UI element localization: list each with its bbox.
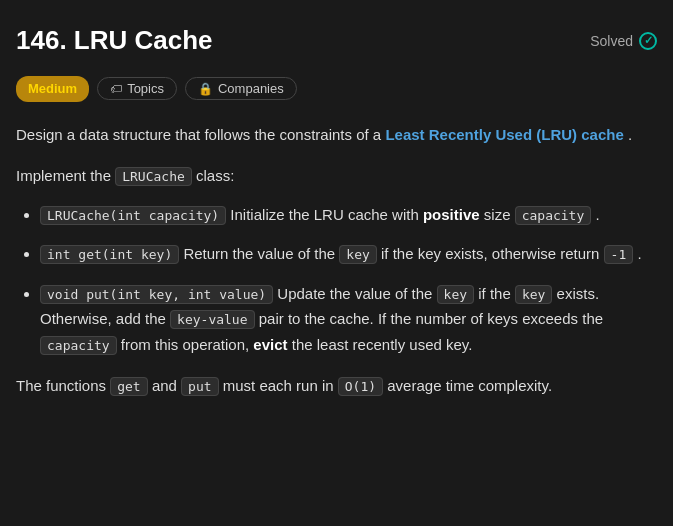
description-intro: Design a data structure that follows the… — [16, 122, 657, 148]
bullet-list: LRUCache(int capacity) Initialize the LR… — [16, 202, 657, 358]
companies-button[interactable]: 🔒 Companies — [185, 77, 297, 100]
bullet2-code2: key — [339, 245, 376, 264]
solved-badge: Solved ✓ — [590, 30, 657, 52]
implement-line: Implement the LRUCache class: — [16, 164, 657, 188]
bullet-item-2: int get(int key) Return the value of the… — [40, 241, 657, 267]
bullet3-text5: from this operation, — [121, 336, 254, 353]
topics-label: Topics — [127, 81, 164, 96]
bullet3-text6: the least recently used key. — [292, 336, 473, 353]
bullet3-code4: key-value — [170, 310, 254, 329]
bullet2-code3: -1 — [604, 245, 634, 264]
bullet1-text3: . — [595, 206, 599, 223]
footer-part4: average time complexity. — [387, 377, 552, 394]
intro-part1: Design a data structure that follows the… — [16, 126, 385, 143]
footer-code1: get — [110, 377, 147, 396]
bullet-item-3: void put(int key, int value) Update the … — [40, 281, 657, 358]
bullet1-bold: positive — [423, 206, 480, 223]
intro-end: . — [628, 126, 632, 143]
bullet3-bold: evict — [253, 336, 287, 353]
bullet3-text2: if the — [478, 285, 515, 302]
footer-code2: put — [181, 377, 218, 396]
header-row: 146. LRU Cache Solved ✓ — [16, 20, 657, 62]
bullet3-text1: Update the value of the — [277, 285, 436, 302]
solved-label: Solved — [590, 30, 633, 52]
difficulty-tag: Medium — [16, 76, 89, 103]
lock-icon: 🔒 — [198, 82, 213, 96]
companies-label: Companies — [218, 81, 284, 96]
footer-part2: and — [152, 377, 181, 394]
footer-part3: must each run in — [223, 377, 338, 394]
bullet1-text1: Initialize the LRU cache with — [230, 206, 423, 223]
bullet1-code2: capacity — [515, 206, 592, 225]
bullet2-text1: Return the value of the — [183, 245, 339, 262]
problem-title: 146. LRU Cache — [16, 20, 213, 62]
bullet2-text2: if the key exists, otherwise return — [381, 245, 604, 262]
footer-part1: The functions — [16, 377, 110, 394]
lrucache-class-code: LRUCache — [115, 167, 192, 186]
implement-part1: Implement the — [16, 167, 115, 184]
bullet-item-1: LRUCache(int capacity) Initialize the LR… — [40, 202, 657, 228]
topics-button[interactable]: 🏷 Topics — [97, 77, 177, 100]
bullet2-text3: . — [637, 245, 641, 262]
footer-line: The functions get and put must each run … — [16, 373, 657, 399]
lru-link[interactable]: Least Recently Used (LRU) cache — [385, 126, 623, 143]
bullet3-code: void put(int key, int value) — [40, 285, 273, 304]
tag-icon: 🏷 — [110, 82, 122, 96]
bullet3-code2: key — [437, 285, 474, 304]
footer-code3: O(1) — [338, 377, 383, 396]
solved-check-icon: ✓ — [639, 32, 657, 50]
title-text: LRU Cache — [74, 25, 213, 55]
tags-row: Medium 🏷 Topics 🔒 Companies — [16, 76, 657, 103]
bullet3-code5: capacity — [40, 336, 117, 355]
bullet1-code: LRUCache(int capacity) — [40, 206, 226, 225]
bullet3-text4: pair to the cache. If the number of keys… — [259, 310, 603, 327]
bullet1-text2: size — [484, 206, 515, 223]
bullet3-code3: key — [515, 285, 552, 304]
problem-number: 146. — [16, 25, 67, 55]
implement-part2: class: — [196, 167, 234, 184]
bullet2-code: int get(int key) — [40, 245, 179, 264]
